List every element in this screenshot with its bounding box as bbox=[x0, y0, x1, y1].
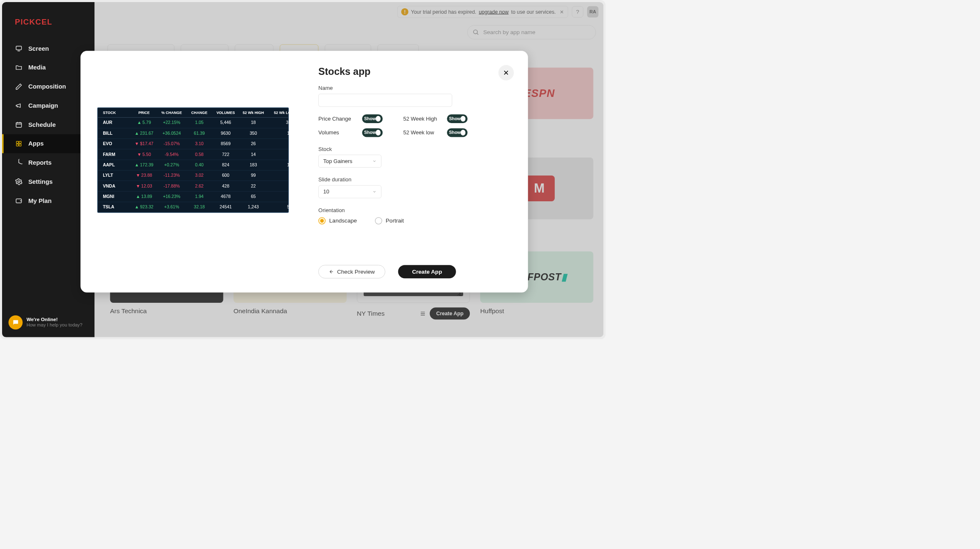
week-low-toggle[interactable]: Show bbox=[447, 128, 467, 137]
wallet-icon bbox=[15, 197, 23, 205]
modal-form-pane: ✕ Stocks app Name Price Change Show Volu… bbox=[305, 51, 528, 292]
table-row: AAPL 172.39 +0.27% 0.40 824 183 116 bbox=[98, 160, 288, 170]
table-row: MGNI 13.89 +16.23% 1.94 4678 65 12 bbox=[98, 191, 288, 202]
folder-icon bbox=[15, 64, 23, 72]
arrow-left-icon bbox=[329, 269, 334, 274]
sidebar-item-label: Reports bbox=[28, 159, 52, 166]
table-row: FARM 5.50 -9.54% 0.58 722 14 6 bbox=[98, 149, 288, 160]
name-label: Name bbox=[318, 85, 510, 92]
orientation-portrait-radio[interactable]: Portrait bbox=[375, 217, 404, 224]
table-row: BILL 231.67 +36.0524 61.39 9630 350 128 bbox=[98, 128, 288, 138]
table-header: 52 Wk HIGH bbox=[239, 111, 268, 115]
chat-title: We're Online! bbox=[27, 317, 82, 323]
svg-rect-0 bbox=[16, 46, 22, 50]
svg-rect-7 bbox=[19, 141, 21, 143]
svg-point-10 bbox=[18, 181, 20, 183]
megaphone-icon bbox=[15, 102, 23, 110]
table-header: VOLUMES bbox=[212, 111, 239, 115]
sidebar-item-label: Campaign bbox=[28, 102, 58, 109]
table-header: % CHANGE bbox=[157, 111, 186, 115]
brand-logo: PICKCEL bbox=[2, 12, 94, 39]
check-preview-button[interactable]: Check Preview bbox=[318, 265, 385, 278]
table-row: TSLA 923.32 +3.61% 32.18 24541 1,243 540 bbox=[98, 202, 288, 213]
sidebar-item-label: Settings bbox=[28, 178, 53, 185]
stock-select[interactable]: Top Gainers bbox=[318, 155, 381, 168]
table-row: VNDA 12.03 -17.88% 2.62 428 22 13 bbox=[98, 181, 288, 191]
stock-label: Stock bbox=[318, 146, 510, 152]
stocks-app-modal: STOCKPRICE% CHANGECHANGEVOLUMES52 Wk HIG… bbox=[80, 51, 528, 292]
week-low-label: 52 Week low bbox=[403, 129, 434, 136]
svg-rect-9 bbox=[19, 144, 21, 146]
sidebar-item-label: Screen bbox=[28, 45, 49, 52]
orientation-label: Orientation bbox=[318, 207, 510, 213]
monitor-icon bbox=[15, 45, 23, 53]
volumes-toggle[interactable]: Show bbox=[362, 128, 382, 137]
close-button[interactable]: ✕ bbox=[499, 65, 514, 80]
volumes-label: Volumes bbox=[318, 129, 339, 136]
svg-rect-8 bbox=[16, 144, 18, 146]
sidebar-item-label: Composition bbox=[28, 83, 66, 90]
week-high-toggle[interactable]: Show bbox=[447, 114, 467, 123]
gear-icon bbox=[15, 178, 23, 186]
table-header: PRICE bbox=[131, 111, 157, 115]
table-header: 52 Wk LOW bbox=[268, 111, 295, 115]
sidebar-item-label: Media bbox=[28, 64, 46, 71]
svg-rect-6 bbox=[16, 141, 18, 143]
name-input[interactable] bbox=[318, 94, 452, 107]
sidebar-item-label: Apps bbox=[28, 140, 44, 147]
grid-icon bbox=[15, 140, 23, 148]
sidebar-item-label: Schedule bbox=[28, 121, 56, 128]
table-header: STOCK bbox=[103, 111, 131, 115]
pie-icon bbox=[15, 159, 23, 167]
chat-icon bbox=[8, 315, 22, 329]
chevron-down-icon bbox=[372, 190, 377, 194]
table-row: AUR 5.79 +22.15% 1.05 5,446 18 3.94 bbox=[98, 118, 288, 128]
pencil-icon bbox=[15, 83, 23, 91]
sidebar-item-label: My Plan bbox=[28, 197, 52, 204]
slide-duration-label: Slide duration bbox=[318, 177, 510, 183]
price-change-toggle[interactable]: Show bbox=[362, 114, 382, 123]
chevron-down-icon bbox=[372, 159, 377, 163]
modal-title: Stocks app bbox=[318, 66, 510, 77]
stocks-preview-table: STOCKPRICE% CHANGECHANGEVOLUMES52 Wk HIG… bbox=[97, 107, 289, 213]
week-high-label: 52 Week High bbox=[403, 116, 437, 122]
chat-subtitle: How may I help you today? bbox=[27, 323, 82, 328]
orientation-landscape-radio[interactable]: Landscape bbox=[318, 217, 357, 224]
table-row: LYLT 23.88 -11.23% 3.02 600 99 27 bbox=[98, 171, 288, 181]
table-row: EVO $17.47 -15.07% 3.10 8569 26 19 bbox=[98, 139, 288, 149]
help-chat-widget[interactable]: We're Online! How may I help you today? bbox=[8, 315, 82, 329]
create-app-button[interactable]: Create App bbox=[398, 265, 456, 278]
table-header: CHANGE bbox=[186, 111, 212, 115]
price-change-label: Price Change bbox=[318, 116, 351, 122]
modal-preview-pane: STOCKPRICE% CHANGECHANGEVOLUMES52 Wk HIG… bbox=[80, 51, 305, 292]
calendar-icon bbox=[15, 121, 23, 129]
svg-rect-2 bbox=[16, 123, 22, 128]
slide-duration-select[interactable]: 10 bbox=[318, 185, 381, 198]
